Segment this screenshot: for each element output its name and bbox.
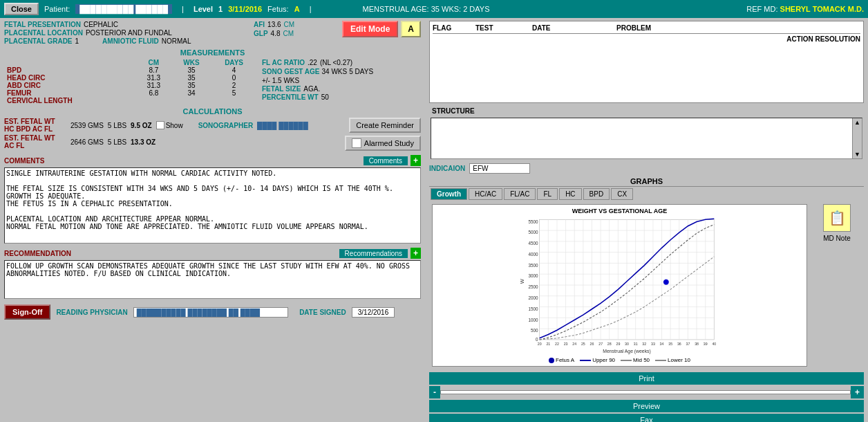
table-row: ABD CIRC 31.3 35 2 — [4, 82, 256, 89]
tab-hcac[interactable]: HC/AC — [469, 188, 502, 200]
comments-plus-button[interactable]: + — [411, 155, 421, 166]
tab-growth[interactable]: Growth — [431, 188, 467, 200]
alarmed-checkbox[interactable] — [352, 138, 361, 148]
a-button[interactable]: A — [401, 21, 421, 37]
table-row-cervical: CERVICAL LENGTH — [4, 97, 256, 104]
col-wks: WKS — [171, 59, 211, 66]
edit-mode-button[interactable]: Edit Mode — [342, 21, 398, 37]
est-fetal-wt-1-label: EST. FETAL WT — [4, 118, 66, 125]
ref-md-label: REF MD: — [746, 5, 777, 13]
est-fetal-wt-2-gms: 2646 GMS — [70, 138, 104, 146]
zoom-row: - + — [429, 386, 864, 398]
flag-col-action: ACTION RESOLUTION — [786, 35, 860, 43]
fetus-label: Fetus: — [267, 5, 289, 13]
zoom-minus-button[interactable]: - — [429, 386, 440, 398]
chart-container: WEIGHT VS GESTATIONAL AGE — [432, 204, 807, 367]
svg-text:5500: 5500 — [529, 219, 539, 224]
preview-button[interactable]: Preview — [429, 400, 864, 412]
chart-svg: 5500 5000 4500 4000 3500 3000 2500 2000 … — [435, 216, 804, 354]
tab-bpd[interactable]: BPD — [583, 188, 610, 200]
flag-content — [433, 44, 860, 100]
alarmed-study-button[interactable]: Alarmed Study — [345, 136, 421, 151]
table-row: FEMUR 6.8 34 5 — [4, 89, 256, 97]
create-reminder-button[interactable]: Create Reminder — [349, 118, 421, 133]
ref-md-section: REF MD: SHERYL TOMACK M.D. — [746, 5, 864, 13]
sono-gest-age-label: SONO GEST AGE — [262, 68, 320, 75]
placental-location-val: POSTERIOR AND FUNDAL — [86, 29, 172, 37]
right-panel: FLAG TEST DATE PROBLEM ACTION RESOLUTION… — [425, 18, 868, 422]
zoom-value — [440, 390, 851, 394]
left-panel: FETAL PRESENTATION CEPHALIC PLACENTAL LO… — [0, 18, 425, 422]
svg-text:33: 33 — [651, 342, 655, 346]
tab-flac[interactable]: FL/AC — [504, 188, 536, 200]
svg-text:25: 25 — [581, 342, 585, 346]
sign-off-row: Sign-Off READING PHYSICIAN ██████████ ██… — [4, 304, 421, 320]
patient-id: ██████████ ██████ — [75, 4, 172, 14]
svg-text:20: 20 — [538, 342, 542, 346]
close-button[interactable]: Close — [4, 3, 39, 15]
flag-section: FLAG TEST DATE PROBLEM ACTION RESOLUTION — [429, 21, 864, 103]
afi-label: AFI — [254, 21, 265, 28]
svg-text:35: 35 — [668, 342, 672, 346]
svg-text:5000: 5000 — [529, 230, 539, 235]
legend-fetus-a: Fetus A — [549, 357, 574, 363]
fetal-size-label: FETAL SIZE — [262, 85, 301, 93]
comments-title: COMMENTS — [4, 157, 44, 165]
recommendations-button[interactable]: Recommendations — [339, 249, 408, 258]
md-note-icon[interactable]: 📋 — [823, 204, 851, 232]
legend-mid-50-label: Mid 50 — [633, 357, 650, 363]
col-days: DAYS — [211, 59, 256, 66]
svg-text:28: 28 — [607, 342, 612, 346]
sono-pm: +/- 1.5 WKS — [262, 77, 299, 84]
recommendation-plus-button[interactable]: + — [411, 248, 421, 259]
svg-text:32: 32 — [642, 342, 646, 346]
scroll-down-arrow[interactable]: ▼ — [853, 150, 862, 158]
reading-phys-val: ██████████ ████████ ██ ████ — [133, 307, 288, 318]
md-note-label: MD Note — [823, 235, 850, 242]
top-bar: Close Patient: ██████████ ██████ | Level… — [0, 0, 868, 18]
graphs-section: GRAPHS Growth HC/AC FL/AC FL HC BPD CX W… — [429, 176, 864, 369]
svg-text:3000: 3000 — [529, 273, 539, 278]
menstrual-age: MENSTRUAL AGE: 35 WKS: 2 DAYS — [363, 5, 490, 13]
show-checkbox[interactable] — [156, 121, 164, 129]
date-signed-val: 3/12/2016 — [352, 307, 395, 318]
tab-cx[interactable]: CX — [611, 188, 633, 200]
indication-label: INDICAION — [429, 165, 465, 172]
chart-legend: Fetus A Upper 90 Mid 50 Lower 10 — [435, 357, 804, 363]
table-row: BPD 8.7 35 4 — [4, 66, 256, 74]
svg-point-65 — [663, 279, 669, 285]
glp-label: GLP — [254, 30, 268, 37]
svg-text:3500: 3500 — [529, 263, 539, 268]
sono-gest-age-val: 34 WKS — [322, 68, 348, 75]
est-fetal-wt-2-oz: 13.3 OZ — [131, 138, 155, 146]
indication-row: INDICAION EFW — [429, 163, 864, 174]
scroll-up-arrow[interactable]: ▲ — [853, 118, 862, 127]
fetal-size-val: AGA. — [303, 85, 320, 93]
divider1: | — [178, 5, 188, 13]
amniotic-fluid-label: AMNIOTIC FLUID — [102, 37, 159, 45]
svg-text:21: 21 — [546, 342, 550, 346]
svg-text:1000: 1000 — [529, 318, 539, 322]
comments-textarea[interactable]: SINGLE INTRAUTERINE GESTATION WITH NORMA… — [4, 167, 421, 244]
zoom-plus-button[interactable]: + — [851, 386, 864, 398]
legend-mid-50: Mid 50 — [621, 357, 650, 363]
tab-fl[interactable]: FL — [537, 188, 558, 200]
flag-title: FLAG — [433, 24, 474, 32]
sign-off-button[interactable]: Sign-Off — [4, 304, 50, 320]
sonographer-label: SONOGRAPHER — [198, 122, 253, 129]
tab-hc[interactable]: HC — [559, 188, 581, 200]
fax-button[interactable]: Fax — [429, 414, 864, 422]
placental-grade-val: 1 — [75, 37, 79, 45]
recommendation-textarea[interactable]: FOLLOW UP GROWTH SCAN DEMONSTRATES ADEQU… — [4, 260, 421, 299]
main-container: FETAL PRESENTATION CEPHALIC PLACENTAL LO… — [0, 18, 868, 422]
col-cm: CM — [136, 59, 171, 66]
comments-button[interactable]: Comments — [364, 156, 408, 165]
recommendation-title: RECOMMENDATION — [4, 250, 71, 257]
svg-text:23: 23 — [564, 342, 568, 346]
header-date: 3/11/2016 — [228, 5, 262, 13]
afi-val: 13.6 — [267, 21, 281, 28]
date-signed-label: DATE SIGNED — [299, 309, 346, 316]
svg-text:2500: 2500 — [529, 284, 539, 289]
sonographer-val: ████ ██████ — [257, 122, 308, 129]
print-button[interactable]: Print — [429, 372, 864, 385]
